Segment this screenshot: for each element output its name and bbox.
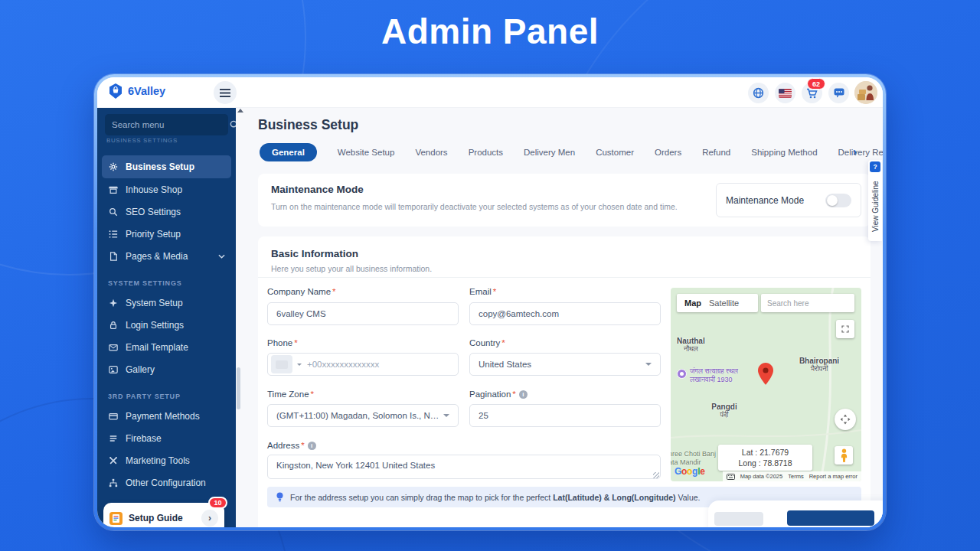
google-map[interactable]: Map Satellite Search here Nauthal नौथल ज…	[671, 288, 861, 481]
scrollbar-up-arrow[interactable]	[237, 109, 243, 112]
map-search-box[interactable]: Search here	[761, 294, 854, 312]
email-field[interactable]	[469, 302, 661, 325]
layers-icon	[108, 434, 119, 443]
admin-window-frame: 6Valley 62	[94, 74, 886, 530]
sidebar-item-other-configuration[interactable]: Other Configuration	[97, 471, 236, 494]
pagination-field[interactable]	[469, 404, 661, 427]
setup-guide-label: Setup Guide	[129, 513, 195, 523]
sidebar-item-gallery[interactable]: Gallery	[97, 358, 236, 380]
phone-input[interactable]	[307, 360, 449, 369]
sidebar-item-system-setup[interactable]: System Setup	[97, 292, 236, 314]
map-button[interactable]: Map	[677, 298, 709, 308]
sidebar-search-input[interactable]	[112, 120, 230, 129]
sidebar: BUSINESS SETTINGS Business Setup Inhouse…	[97, 108, 236, 527]
tab-shipping-method[interactable]: Shipping Method	[751, 148, 817, 157]
company-name-input[interactable]	[276, 309, 449, 318]
map-poi-jungle-satyagraha[interactable]: जंगल सत्याग्रह स्थललखानवादी 1930	[677, 367, 738, 384]
sidebar-item-business-setup[interactable]: Business Setup	[102, 155, 231, 178]
sidebar-item-inhouse-shop[interactable]: Inhouse Shop	[97, 178, 236, 201]
setup-guide-badge: 10	[208, 497, 227, 509]
report-error-link[interactable]: Report a map error	[809, 473, 858, 480]
toggle-knob	[827, 195, 838, 206]
required-mark: *	[301, 441, 304, 450]
sitemap-icon	[108, 478, 119, 487]
sidebar-item-label: Pages & Media	[126, 251, 188, 262]
chevron-down-icon	[645, 363, 652, 366]
sidebar-item-login-settings[interactable]: Login Settings	[97, 314, 236, 336]
long-value: Long : 78.8718	[738, 458, 792, 468]
tab-orders[interactable]: Orders	[655, 148, 681, 157]
country-label: Country*	[469, 338, 505, 347]
tools-icon	[108, 456, 119, 465]
email-label: Email*	[469, 287, 496, 296]
tab-vendors[interactable]: Vendors	[415, 148, 447, 157]
setup-guide-button[interactable]: Setup Guide › 10	[103, 503, 224, 527]
sidebar-item-seo-settings[interactable]: SEO Settings	[97, 201, 236, 223]
sidebar-menu: Business Setup Inhouse Shop SEO Settings…	[97, 155, 236, 494]
user-avatar[interactable]	[854, 81, 877, 104]
lat-value: Lat : 21.7679	[742, 447, 789, 458]
sidebar-item-label: System Setup	[126, 298, 183, 308]
satellite-button[interactable]: Satellite	[709, 298, 739, 308]
sidebar-item-email-template[interactable]: Email Template	[97, 336, 236, 358]
brand-logo[interactable]: 6Valley	[108, 83, 165, 99]
chat-icon	[834, 88, 844, 98]
resize-handle[interactable]	[653, 472, 659, 478]
sidebar-search[interactable]	[105, 114, 228, 135]
sidebar-item-label: Business Setup	[126, 161, 194, 172]
language-globe-button[interactable]	[748, 83, 769, 103]
admin-window: 6Valley 62	[97, 77, 883, 527]
company-name-field[interactable]	[267, 302, 459, 325]
tab-website-setup[interactable]: Website Setup	[338, 148, 395, 157]
top-navbar: 6Valley 62	[97, 77, 883, 108]
tab-general[interactable]: General	[260, 143, 317, 161]
messages-button[interactable]	[828, 83, 849, 103]
phone-flag-selector[interactable]	[271, 355, 292, 373]
map-pan-control[interactable]	[835, 409, 856, 430]
sidebar-item-label: Firebase	[126, 433, 162, 444]
lightbulb-icon	[276, 492, 284, 502]
content-scrollbar[interactable]	[237, 367, 240, 409]
flag-placeholder-icon	[276, 360, 288, 369]
tab-products[interactable]: Products	[469, 148, 503, 157]
chevron-down-icon	[218, 254, 225, 259]
us-flag-icon	[779, 89, 792, 98]
sidebar-item-firebase[interactable]: Firebase	[97, 427, 236, 449]
tab-delivery-men[interactable]: Delivery Men	[524, 148, 575, 157]
map-fullscreen-button[interactable]	[836, 320, 854, 338]
sidebar-section-system-settings: SYSTEM SETTINGS	[97, 267, 236, 292]
maintenance-description: Turn on the maintenance mode will tempor…	[271, 202, 678, 211]
tabs-scroll-right-icon[interactable]: ›	[853, 145, 857, 158]
6valley-logo-icon	[108, 83, 123, 99]
phone-label: Phone*	[267, 338, 298, 347]
maintenance-toggle[interactable]	[825, 194, 851, 207]
email-input[interactable]	[479, 309, 652, 318]
info-icon: i	[519, 390, 528, 399]
cart-count-badge: 62	[807, 78, 825, 90]
tab-customer[interactable]: Customer	[596, 148, 634, 157]
image-icon	[108, 365, 119, 374]
country-select[interactable]: United States	[469, 353, 661, 376]
country-flag-button[interactable]	[775, 83, 795, 103]
time-zone-select[interactable]: (GMT+11:00) Magadan, Solomon Is., New Ca…	[267, 404, 459, 427]
poi-icon	[677, 369, 687, 379]
pagination-input[interactable]	[479, 411, 652, 420]
tab-delivery-restriction[interactable]: Delivery Restriction	[838, 148, 883, 157]
address-textarea[interactable]: Kingston, New York 12401 United States	[267, 455, 661, 479]
basic-info-title: Basic Information	[271, 248, 358, 259]
mail-icon	[108, 343, 119, 352]
sidebar-item-payment-methods[interactable]: Payment Methods	[97, 405, 236, 427]
view-guideline-tab[interactable]: ? View Guideline	[868, 160, 882, 241]
sidebar-item-pages-media[interactable]: Pages & Media	[97, 245, 236, 267]
map-marker-pin[interactable]	[758, 363, 773, 385]
sidebar-item-marketing-tools[interactable]: Marketing Tools	[97, 449, 236, 471]
tab-refund[interactable]: Refund	[702, 148, 730, 157]
divider	[258, 277, 871, 278]
save-button[interactable]	[787, 510, 874, 526]
sidebar-item-priority-setup[interactable]: Priority Setup	[97, 223, 236, 245]
reset-button[interactable]	[714, 512, 763, 526]
terms-link[interactable]: Terms	[788, 473, 803, 480]
sidebar-toggle-button[interactable]	[214, 81, 237, 104]
street-view-pegman-button[interactable]	[835, 446, 853, 465]
phone-field[interactable]	[267, 353, 459, 376]
